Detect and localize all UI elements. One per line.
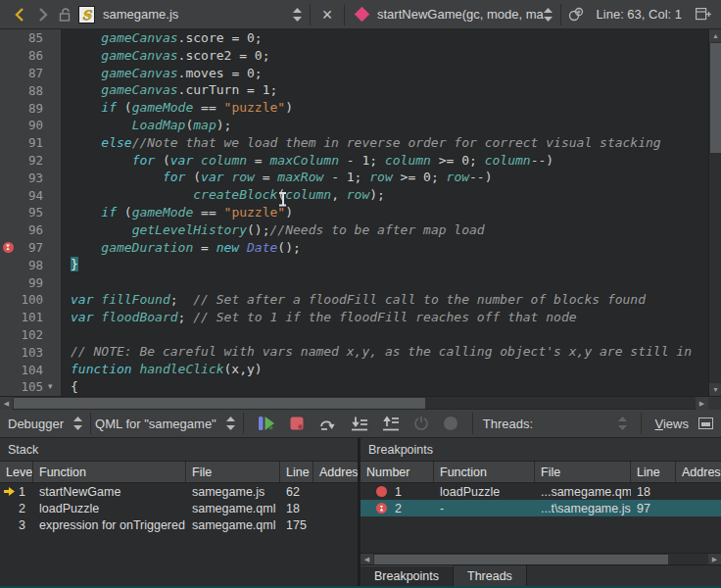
code-line[interactable]: else//Note that we load them in reverse … [71, 134, 708, 152]
tab-threads[interactable]: Threads [454, 565, 527, 586]
vertical-scroll-thumb[interactable] [710, 43, 721, 153]
code-line[interactable]: getLevelHistory();//Needs to be after ma… [71, 221, 708, 239]
line-number[interactable]: 102 [16, 327, 48, 342]
line-number[interactable]: 95 [16, 205, 48, 220]
symbol-selector[interactable]: startNewGame(gc, mode, map) [349, 7, 556, 22]
stop-debugger-button[interactable] [289, 416, 305, 431]
code-line[interactable]: LoadMap(map); [71, 117, 708, 134]
stack-row[interactable]: 2loadPuzzlesamegame.qml18 [0, 500, 358, 516]
code-line[interactable]: createBlock(column, row); [71, 186, 708, 204]
column-header[interactable]: Function [434, 462, 535, 482]
debugger-engine-selector[interactable]: Debugger [8, 416, 86, 431]
breakpoints-horizontal-scrollbar[interactable]: ◀ ▶ [360, 553, 721, 564]
open-document-selector[interactable]: S samegame.js [78, 6, 306, 24]
column-header[interactable]: Line [280, 462, 313, 482]
code-area[interactable]: gameCanvas.score = 0; gameCanvas.score2 … [61, 29, 708, 396]
code-line[interactable]: gameCanvas.curTurn = 1; [71, 81, 708, 99]
fold-marker[interactable]: ▾ [48, 382, 61, 391]
breakpoint-row[interactable]: 1loadPuzzle...samegame.qml18 [360, 483, 721, 500]
line-number[interactable]: 87 [16, 66, 48, 80]
line-number[interactable]: 92 [16, 153, 48, 168]
column-header[interactable]: Level [0, 462, 33, 482]
back-button[interactable] [8, 3, 31, 26]
document-dropdown-arrows[interactable] [293, 8, 302, 22]
code-line[interactable]: for (var row = maxRow - 1; row >= 0; row… [71, 169, 708, 186]
horizontal-scroll-thumb[interactable] [14, 398, 425, 409]
horizontal-scroll-thumb[interactable] [374, 555, 668, 564]
step-into-button[interactable] [351, 416, 368, 431]
code-line[interactable]: if (gameMode == "puzzle") [71, 204, 708, 221]
code-line[interactable]: } [71, 256, 708, 273]
line-number[interactable]: 99 [16, 275, 48, 290]
file-lock-button[interactable] [55, 8, 74, 22]
forward-button[interactable] [31, 3, 55, 26]
line-number[interactable]: 89 [16, 101, 48, 116]
code-line[interactable]: { [71, 378, 708, 396]
code-line[interactable]: gameCanvas.moves = 0; [71, 65, 708, 82]
breakpoint-row[interactable]: 2-...t\samegame.js97 [360, 500, 721, 516]
stack-row[interactable]: 3expression for onTriggeredsamegame.qml1… [0, 516, 358, 533]
interrupt-button-disabled[interactable] [413, 416, 429, 431]
threads-selector[interactable]: Threads: [483, 416, 637, 431]
code-line[interactable] [71, 273, 708, 291]
code-line[interactable]: var floodBoard; // Set to 1 if the flood… [71, 309, 708, 326]
column-header[interactable]: Address [313, 462, 358, 482]
code-segment: = [193, 240, 216, 255]
collapse-panel-icon[interactable] [698, 417, 713, 429]
symbol-dropdown-arrows[interactable] [544, 8, 553, 22]
perspective-selector[interactable]: QML for "samegame" [95, 416, 239, 431]
code-line[interactable]: if (gameMode == "puzzle") [71, 99, 708, 117]
line-number[interactable]: 88 [16, 83, 48, 98]
line-number[interactable]: 101 [16, 310, 48, 324]
line-number[interactable]: 97 [16, 240, 48, 255]
editor-horizontal-scrollbar[interactable]: ◀ ▶ [0, 396, 721, 409]
column-header[interactable]: Line [631, 462, 676, 482]
line-number[interactable]: 104 [16, 363, 48, 377]
code-segment: >= 0; [393, 170, 447, 184]
line-number[interactable]: 86 [16, 48, 48, 63]
line-number[interactable]: 85 [16, 30, 48, 45]
scroll-up-arrow[interactable]: ▲ [709, 29, 721, 42]
line-number[interactable]: 90 [16, 118, 48, 132]
scroll-right-arrow[interactable]: ▶ [696, 397, 708, 410]
line-number[interactable]: 96 [16, 222, 48, 237]
editor-vertical-scrollbar[interactable]: ▲ ▼ [708, 29, 721, 396]
column-header[interactable]: Address [676, 462, 721, 482]
views-menu-button[interactable]: Views [655, 416, 713, 431]
stack-file-cell: samegame.js [186, 485, 280, 499]
line-number[interactable]: 93 [16, 171, 48, 185]
stack-row[interactable]: 1startNewGamesamegame.js62 [0, 483, 358, 500]
code-line[interactable] [71, 326, 708, 344]
code-line[interactable]: gameCanvas.score2 = 0; [71, 47, 708, 65]
scroll-down-arrow[interactable]: ▼ [709, 383, 721, 396]
breakpoint-margin[interactable] [0, 242, 16, 253]
code-line[interactable]: gameCanvas.score = 0; [71, 29, 708, 47]
column-header[interactable]: Number [360, 462, 434, 482]
horizontal-scroll-track[interactable] [13, 397, 696, 409]
line-number[interactable]: 91 [16, 135, 48, 150]
column-header[interactable]: Function [33, 462, 186, 482]
step-over-button[interactable] [318, 416, 337, 431]
line-number[interactable]: 105 [16, 379, 48, 394]
code-line[interactable]: function handleClick(x,y) [71, 361, 708, 378]
tab-breakpoints[interactable]: Breakpoints [360, 565, 454, 586]
breakpoint-marker-icon[interactable] [3, 242, 14, 253]
split-editor-button[interactable] [692, 3, 715, 26]
code-line[interactable]: gameDuration = new Date(); [71, 239, 708, 257]
line-number[interactable]: 100 [16, 292, 48, 307]
symbol-overview-button[interactable] [565, 3, 589, 26]
close-document-button[interactable]: × [314, 3, 340, 26]
step-out-button[interactable] [382, 416, 400, 431]
column-header[interactable]: File [186, 462, 280, 482]
column-header[interactable]: File [535, 462, 631, 482]
line-number[interactable]: 94 [16, 188, 48, 203]
code-line[interactable]: var fillFound; // Set after a floodFill … [71, 291, 708, 309]
code-line[interactable]: // NOTE: Be careful with vars named x,y,… [71, 343, 708, 361]
stack-function-cell: loadPuzzle [33, 502, 186, 515]
record-button-disabled[interactable] [443, 416, 458, 431]
line-number[interactable]: 103 [16, 345, 48, 360]
line-number[interactable]: 98 [16, 258, 48, 272]
scroll-left-arrow[interactable]: ◀ [0, 397, 13, 410]
code-line[interactable]: for (var column = maxColumn - 1; column … [71, 152, 708, 170]
continue-button[interactable] [258, 416, 275, 431]
